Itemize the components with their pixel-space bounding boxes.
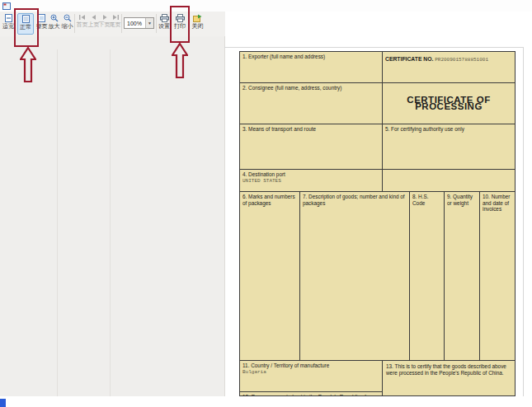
certify-statement: 13. This is to certify that the goods de… (386, 363, 506, 376)
app-icon (2, 2, 11, 10)
annotation-box-print (170, 6, 190, 43)
page-right-edge (523, 47, 524, 396)
zoom-in-label: 放大 (49, 23, 60, 30)
print-preview-window: 适宽 正常 整页 放大 (0, 0, 532, 407)
print-settings-button[interactable]: 设置 (158, 13, 171, 35)
document-title-box: CERTIFICATE OF PROCESSING (383, 83, 515, 124)
toolbar-separator (156, 14, 157, 33)
chevron-down-icon: ▼ (145, 18, 153, 28)
manufacture-country-label: 11. Country / Territory of manufacture (242, 363, 379, 369)
destination-port-box: 4. Destination port UNITED STATES (240, 170, 383, 192)
close-label: 关闭 (192, 23, 204, 30)
description-header: 7. Description of goods; number and kind… (303, 194, 405, 206)
last-page-label: 尾页 (110, 21, 121, 28)
quantity-header: 9. Quantity or weight (447, 194, 473, 206)
transport-box: 3. Means of transport and route (240, 124, 383, 170)
transport-label: 3. Means of transport and route (242, 126, 316, 132)
invoices-header: 10. Number and date of invoices (483, 194, 510, 212)
marks-header: 6. Marks and numbers of packages (242, 194, 295, 206)
panel-divider-line (57, 49, 58, 396)
hs-code-header: 8. H.S. Code (412, 194, 429, 206)
fit-width-icon (5, 14, 12, 22)
toolbar-separator (121, 14, 122, 33)
prev-page-label: 上页 (88, 21, 100, 28)
marks-column: 6. Marks and numbers of packages (240, 192, 300, 361)
next-page-icon (101, 14, 109, 21)
toolbar-separator (74, 14, 75, 33)
certificate-no-label: CERTIFICATE NO. (385, 56, 433, 62)
quantity-column: 9. Quantity or weight (445, 192, 480, 361)
manufacture-country-box: 11. Country / Territory of manufacture B… (240, 361, 383, 392)
first-page-label: 首页 (77, 21, 88, 28)
next-page-label: 下页 (99, 21, 111, 28)
last-page-icon (111, 14, 120, 21)
document-title: CERTIFICATE OF PROCESSING (386, 97, 511, 110)
authority-box: 5. For certifying authority use only (383, 124, 515, 170)
authority-label: 5. For certifying authority use only (385, 126, 464, 132)
certificate-no-value: PR2009015788851001 (435, 57, 488, 63)
certify-statement-box: 13. This is to certify that the goods de… (383, 361, 515, 396)
manufacture-country-value: Bulgaria (242, 369, 379, 376)
title-bar (0, 0, 532, 12)
close-icon (193, 14, 202, 22)
zoom-out-label: 缩小 (62, 23, 73, 30)
prev-page-icon (90, 14, 98, 21)
exporter-box: 1. Exporter (full name and address) (240, 52, 383, 83)
whole-page-icon (38, 14, 45, 22)
processes-box: 12. Processes carried out in the People'… (240, 392, 383, 396)
empty-box (383, 170, 515, 192)
consignee-box: 2. Consignee (full name, address, countr… (240, 83, 383, 124)
prev-page-button[interactable]: 上页 (88, 13, 99, 35)
next-page-button[interactable]: 下页 (99, 13, 110, 35)
last-page-button[interactable]: 尾页 (110, 13, 120, 35)
page-top-edge (224, 47, 523, 48)
consignee-label: 2. Consignee (full name, address, countr… (242, 85, 341, 91)
zoom-level-dropdown[interactable]: 100% ▼ (124, 17, 154, 29)
hs-code-column: 8. H.S. Code (410, 192, 445, 361)
annotation-box-normal-view (14, 8, 39, 47)
first-page-icon (78, 14, 87, 21)
close-button[interactable]: 关闭 (191, 13, 205, 35)
exporter-label: 1. Exporter (full name and address) (242, 54, 325, 59)
certificate-document: 1. Exporter (full name and address) CERT… (239, 51, 516, 396)
processes-label: 12. Processes carried out in the People'… (242, 394, 366, 396)
zoom-in-icon (50, 14, 59, 22)
printer-settings-icon (160, 14, 169, 22)
certificate-no-box: CERTIFICATE NO. PR2009015788851001 (383, 52, 515, 83)
screenshot-artifact (0, 399, 6, 407)
zoom-in-button[interactable]: 放大 (48, 13, 60, 35)
first-page-button[interactable]: 首页 (77, 13, 87, 35)
invoices-column: 10. Number and date of invoices (480, 192, 515, 361)
zoom-out-button[interactable]: 缩小 (61, 13, 73, 35)
annotation-arrow-up-icon (172, 43, 188, 78)
zoom-out-icon (64, 14, 72, 22)
fit-width-label: 适宽 (2, 23, 14, 30)
panel-divider-line (110, 49, 111, 396)
preview-side-panel (0, 36, 225, 396)
description-column: 7. Description of goods; number and kind… (300, 192, 410, 361)
zoom-level-value: 100% (125, 21, 145, 26)
destination-port-value: UNITED STATES (242, 178, 379, 185)
annotation-arrow-up-icon (20, 47, 36, 82)
destination-port-label: 4. Destination port (242, 171, 379, 178)
print-settings-label: 设置 (158, 23, 170, 30)
